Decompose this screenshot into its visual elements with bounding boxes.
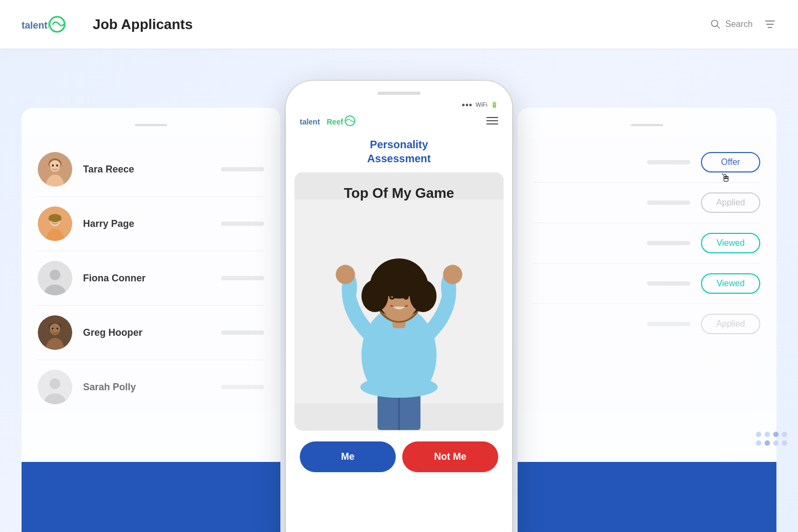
main-content: Tara Reece (0, 49, 798, 532)
phone-action-buttons: Me Not Me (294, 431, 504, 478)
battery-icon: 🔋 (491, 101, 498, 108)
phone-notch-bar (377, 92, 421, 95)
list-item[interactable]: Tara Reece (38, 142, 264, 197)
hamburger-line (486, 117, 498, 118)
list-item[interactable]: Harry Page (38, 197, 264, 251)
svg-point-23 (50, 270, 60, 280)
left-bottom-bar (22, 462, 280, 532)
status-row: Applied (534, 183, 760, 223)
hamburger-line (486, 120, 498, 121)
dot (765, 440, 770, 446)
svg-point-2 (50, 17, 65, 32)
status-row: Viewed (534, 264, 760, 304)
hamburger-line (486, 123, 498, 125)
dot (756, 432, 761, 437)
avatar (38, 152, 72, 186)
personality-card[interactable]: Top Of My Game (294, 172, 504, 431)
phone-title-line2: Assessment (294, 151, 504, 165)
applicant-name: Greg Hooper (83, 327, 210, 338)
dot (773, 432, 779, 437)
applicant-name: Sarah Polly (83, 382, 210, 393)
applicant-name: Tara Reece (83, 164, 210, 175)
dot (782, 432, 787, 437)
avatar-tara-icon (38, 152, 72, 186)
avatar (38, 206, 72, 241)
status-badge[interactable]: Viewed (701, 273, 760, 294)
right-bottom-bar (518, 462, 776, 532)
list-item[interactable]: Sarah Polly (38, 360, 264, 414)
status-row: Applied (534, 304, 760, 344)
svg-line-4 (717, 26, 720, 29)
status-placeholder (221, 276, 264, 280)
status-placeholder (647, 322, 690, 326)
avatar-placeholder-icon (38, 261, 72, 295)
svg-point-50 (391, 296, 393, 298)
status-placeholder (221, 167, 264, 171)
phone-header: talent Reef (294, 113, 504, 134)
phone-mockup: ●●● WiFi 🔋 talent Reef (286, 81, 512, 532)
status-placeholder (647, 281, 690, 286)
svg-text:Reef: Reef (327, 118, 343, 126)
signal-icon: ●●● (462, 101, 472, 108)
svg-point-33 (50, 378, 60, 389)
svg-point-30 (53, 329, 54, 330)
applicant-name: Harry Page (83, 218, 210, 230)
svg-point-27 (50, 323, 60, 333)
me-button[interactable]: Me (300, 441, 396, 472)
dot (765, 432, 770, 437)
status-placeholder (647, 241, 690, 245)
search-label[interactable]: Search (725, 19, 753, 29)
list-item[interactable]: Greg Hooper (38, 306, 264, 360)
avatar (38, 315, 72, 350)
scroll-indicator (631, 124, 663, 126)
svg-point-31 (56, 329, 57, 330)
app-header: talent R Job Applicants Search (0, 0, 798, 49)
status-placeholder (221, 385, 264, 389)
status-row: Offer 🖱 (534, 142, 760, 183)
phone-frame: ●●● WiFi 🔋 talent Reef (286, 81, 512, 532)
svg-point-51 (336, 265, 355, 284)
status-badge[interactable]: Applied (701, 192, 760, 213)
status-placeholder (647, 160, 690, 164)
status-placeholder (647, 201, 690, 205)
phone-title-line1: Personality (294, 137, 504, 151)
offer-badge-container: Offer 🖱 (701, 152, 760, 172)
phone-status-bar: ●●● WiFi 🔋 (294, 101, 504, 113)
phone-logo-circle-icon (344, 115, 356, 127)
scroll-indicator (135, 124, 167, 126)
search-area[interactable]: Search (710, 19, 753, 30)
svg-point-52 (443, 265, 463, 284)
header-actions: Search (710, 18, 776, 31)
avatar-sarah-icon (38, 370, 72, 404)
cursor-icon: 🖱 (720, 172, 731, 184)
svg-point-56 (360, 376, 437, 398)
phone-logo: talent Reef (300, 113, 356, 129)
svg-text:talent: talent (22, 20, 47, 31)
filter-icon[interactable] (763, 18, 776, 31)
phone-title: Personality Assessment (294, 134, 504, 172)
hamburger-menu[interactable] (486, 117, 498, 125)
svg-point-47 (377, 261, 421, 299)
page-title: Job Applicants (93, 16, 192, 33)
avatar-greg-icon (38, 315, 72, 350)
card-woman-illustration (294, 172, 504, 431)
svg-point-13 (52, 164, 54, 167)
logo-icon: talent R (22, 13, 49, 35)
svg-point-14 (56, 164, 58, 167)
wifi-icon: WiFi (476, 101, 487, 108)
phone-logo-svg: talent Reef (300, 113, 343, 129)
svg-text:talent: talent (300, 118, 320, 126)
avatar-harry-icon (38, 206, 72, 241)
status-badge[interactable]: Viewed (701, 233, 760, 253)
avatar (38, 370, 72, 404)
svg-point-12 (50, 160, 60, 170)
list-item[interactable]: Fiona Conner (38, 251, 264, 306)
status-badge[interactable]: Applied (701, 314, 760, 334)
status-badge[interactable]: Offer (701, 152, 760, 172)
dot (773, 440, 779, 446)
applicant-name: Fiona Conner (83, 273, 210, 284)
search-icon[interactable] (710, 19, 721, 30)
svg-point-49 (403, 294, 409, 300)
not-me-button[interactable]: Not Me (402, 441, 498, 472)
card-title: Top Of My Game (344, 185, 455, 202)
